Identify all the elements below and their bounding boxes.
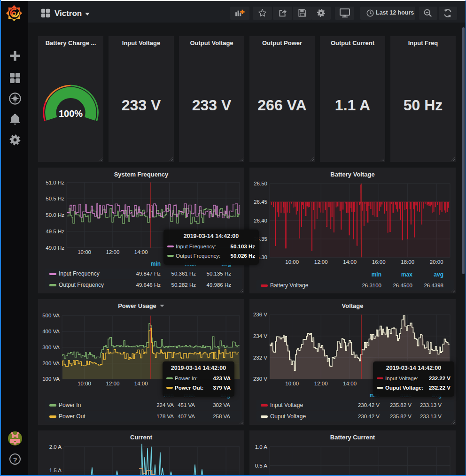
svg-text:14:00: 14:00 — [343, 381, 357, 386]
svg-text:12:00: 12:00 — [106, 249, 120, 255]
svg-text:10:00: 10:00 — [78, 249, 91, 255]
svg-text:14:00: 14:00 — [343, 259, 357, 265]
svg-text:12:00: 12:00 — [106, 381, 120, 386]
svg-text:18:00: 18:00 — [401, 259, 414, 265]
svg-text:14:00: 14:00 — [134, 249, 148, 255]
svg-text:0.5 A: 0.5 A — [255, 463, 268, 468]
svg-text:10:00: 10:00 — [285, 259, 299, 265]
svg-text:500 VA: 500 VA — [42, 313, 60, 318]
svg-text:16:00: 16:00 — [372, 259, 386, 265]
svg-text:50.0 Hz: 50.0 Hz — [46, 212, 64, 218]
svg-text:200 VA: 200 VA — [42, 361, 60, 366]
svg-text:1.0 A: 1.0 A — [255, 444, 268, 450]
svg-text:230 V: 230 V — [253, 376, 267, 382]
svg-text:12:00: 12:00 — [314, 259, 328, 265]
svg-text:50.5 Hz: 50.5 Hz — [46, 196, 64, 201]
svg-text:12:00: 12:00 — [314, 381, 328, 386]
svg-text:100 VA: 100 VA — [42, 376, 60, 382]
svg-text:1.5 A: 1.5 A — [49, 468, 62, 473]
svg-text:2.0 A: 2.0 A — [49, 444, 62, 450]
svg-text:232 V: 232 V — [253, 355, 267, 361]
svg-text:14:00: 14:00 — [134, 381, 148, 386]
svg-text:51.0 Hz: 51.0 Hz — [46, 180, 64, 185]
svg-text:26.40: 26.40 — [254, 218, 267, 223]
svg-text:300 VA: 300 VA — [42, 345, 60, 350]
svg-text:26.45: 26.45 — [254, 199, 267, 205]
svg-text:236 V: 236 V — [253, 312, 267, 317]
svg-text:20:00: 20:00 — [430, 259, 443, 265]
svg-text:49.5 Hz: 49.5 Hz — [46, 229, 64, 234]
svg-text:234 V: 234 V — [253, 333, 267, 339]
svg-text:49.0 Hz: 49.0 Hz — [46, 245, 64, 251]
svg-text:10:00: 10:00 — [78, 381, 91, 386]
svg-text:10:00: 10:00 — [285, 381, 299, 386]
svg-text:26.50: 26.50 — [254, 181, 267, 186]
svg-text:400 VA: 400 VA — [42, 329, 60, 334]
